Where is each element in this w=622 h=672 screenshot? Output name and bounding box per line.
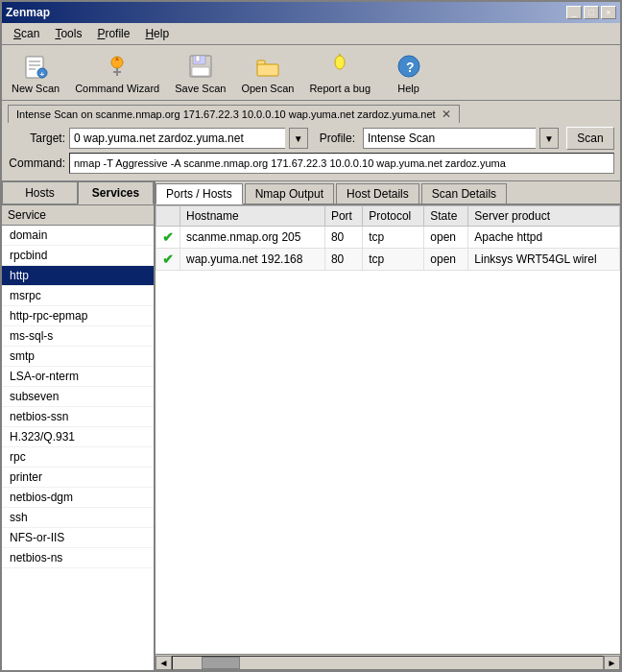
row2-status: ✔	[156, 249, 180, 271]
maximize-button[interactable]: □	[584, 6, 599, 19]
svg-rect-12	[196, 56, 200, 61]
scroll-left-arrow[interactable]: ◄	[156, 656, 172, 670]
form-area: Target: ▼ Profile: ▼ Scan Command: nmap …	[2, 123, 620, 181]
new-scan-button[interactable]: + New Scan	[8, 49, 63, 96]
service-header: Service	[2, 205, 154, 226]
table-row[interactable]: ✔ wap.yuma.net 192.168 80 tcp open Links…	[156, 249, 620, 271]
save-scan-button[interactable]: Save Scan	[171, 49, 229, 96]
menu-profile[interactable]: Profile	[89, 25, 137, 42]
service-item-netbios-ssn[interactable]: netbios-ssn	[2, 407, 154, 427]
right-tabs: Ports / Hosts Nmap Output Host Details S…	[156, 181, 620, 205]
service-list[interactable]: domain rpcbind http msrpc http-rpc-epmap…	[2, 226, 154, 670]
service-item-http-rpc-epmap[interactable]: http-rpc-epmap	[2, 306, 154, 326]
service-item-msrpc[interactable]: msrpc	[2, 286, 154, 306]
service-item-subseven[interactable]: subseven	[2, 387, 154, 407]
menubar: Scan Tools Profile Help	[2, 23, 620, 45]
col-product-header: Server product	[468, 206, 620, 227]
tab-hosts[interactable]: Hosts	[2, 181, 78, 204]
check-icon: ✔	[162, 229, 174, 245]
command-wizard-label: Command Wizard	[75, 83, 159, 94]
window-controls: _ □ ×	[566, 6, 616, 19]
close-button[interactable]: ×	[601, 6, 616, 19]
svg-text:+: +	[40, 70, 45, 79]
scan-tab-label: Intense Scan on scanme.nmap.org 171.67.2…	[16, 108, 436, 120]
left-panel: Hosts Services Service domain rpcbind ht…	[2, 181, 156, 670]
help-button[interactable]: ? Help	[382, 49, 435, 96]
open-scan-button[interactable]: Open Scan	[237, 49, 298, 96]
row2-hostname: wap.yuma.net 192.168	[180, 249, 325, 271]
report-bug-button[interactable]: Report a bug	[305, 49, 374, 96]
service-item-netbios-ns[interactable]: netbios-ns	[2, 548, 154, 568]
new-scan-icon: +	[20, 51, 51, 82]
open-scan-icon	[252, 51, 283, 82]
row2-protocol: tcp	[363, 249, 424, 271]
command-wizard-icon	[102, 51, 132, 82]
save-scan-icon	[185, 51, 216, 82]
menu-scan[interactable]: Scan	[6, 25, 47, 42]
window-title: Zenmap	[6, 6, 50, 19]
h-scrollbar-thumb[interactable]	[202, 657, 240, 669]
scroll-right-arrow[interactable]: ►	[604, 656, 620, 670]
row1-port: 80	[324, 227, 362, 249]
table-row[interactable]: ✔ scanme.nmap.org 205 80 tcp open Apache…	[156, 227, 620, 249]
h-scrollbar-track[interactable]	[172, 656, 604, 670]
tab-ports-hosts[interactable]: Ports / Hosts	[156, 183, 243, 204]
main-area: Hosts Services Service domain rpcbind ht…	[2, 181, 620, 670]
row2-product: Linksys WRT54GL wirel	[468, 249, 620, 271]
main-window: Zenmap _ □ × Scan Tools Profile Help +	[0, 0, 622, 672]
horizontal-scrollbar: ◄ ►	[156, 654, 620, 670]
command-input[interactable]: nmap -T Aggressive -A scanme.nmap.org 17…	[69, 153, 614, 174]
close-tab-icon[interactable]: ✕	[442, 108, 451, 121]
command-row: Command: nmap -T Aggressive -A scanme.nm…	[8, 153, 614, 174]
service-item-h323[interactable]: H.323/Q.931	[2, 427, 154, 447]
target-dropdown-arrow[interactable]: ▼	[289, 128, 308, 149]
row1-hostname: scanme.nmap.org 205	[180, 227, 325, 249]
menu-help[interactable]: Help	[137, 25, 177, 42]
service-item-domain[interactable]: domain	[2, 226, 154, 246]
service-item-rpcbind[interactable]: rpcbind	[2, 246, 154, 266]
tab-scan-details[interactable]: Scan Details	[421, 183, 507, 204]
scan-tab-bar: Intense Scan on scanme.nmap.org 171.67.2…	[2, 101, 620, 123]
menu-tools[interactable]: Tools	[47, 25, 89, 42]
row1-state: open	[424, 227, 468, 249]
right-panel: Ports / Hosts Nmap Output Host Details S…	[156, 181, 620, 670]
row1-product: Apache httpd	[468, 227, 620, 249]
col-port-header: Port	[324, 206, 362, 227]
svg-point-16	[335, 56, 345, 69]
title-bar: Zenmap _ □ ×	[2, 2, 620, 23]
check-icon: ✔	[162, 252, 174, 267]
service-item-rpc[interactable]: rpc	[2, 447, 154, 468]
tab-host-details[interactable]: Host Details	[336, 183, 419, 204]
service-item-netbios-dgm[interactable]: netbios-dgm	[2, 488, 154, 508]
target-input[interactable]	[69, 128, 285, 149]
help-label: Help	[397, 83, 419, 94]
service-item-smtp[interactable]: smtp	[2, 347, 154, 367]
command-text: nmap -T Aggressive -A scanme.nmap.org 17…	[74, 157, 506, 169]
svg-rect-15	[257, 64, 278, 76]
report-bug-icon	[324, 51, 355, 82]
col-status-header	[156, 206, 180, 227]
minimize-button[interactable]: _	[566, 6, 582, 19]
help-icon: ?	[394, 51, 424, 82]
col-state-header: State	[424, 206, 468, 227]
service-item-ms-sql-s[interactable]: ms-sql-s	[2, 326, 154, 347]
command-label: Command:	[8, 156, 65, 170]
service-item-lsa-or-nterm[interactable]: LSA-or-nterm	[2, 367, 154, 387]
service-item-ssh[interactable]: ssh	[2, 508, 154, 528]
save-scan-label: Save Scan	[175, 83, 226, 94]
scan-tab[interactable]: Intense Scan on scanme.nmap.org 171.67.2…	[8, 105, 460, 123]
row1-status: ✔	[156, 227, 180, 249]
scan-button[interactable]: Scan	[566, 127, 614, 150]
tab-nmap-output[interactable]: Nmap Output	[245, 183, 334, 204]
row2-port: 80	[324, 249, 362, 271]
command-wizard-button[interactable]: Command Wizard	[71, 49, 163, 96]
profile-label: Profile:	[320, 132, 355, 145]
profile-dropdown-arrow[interactable]: ▼	[539, 128, 559, 149]
tab-services[interactable]: Services	[78, 181, 154, 204]
report-bug-label: Report a bug	[309, 83, 371, 94]
service-item-http[interactable]: http	[2, 266, 154, 286]
profile-input[interactable]	[363, 128, 536, 149]
service-item-nfs-or-iis[interactable]: NFS-or-IIS	[2, 528, 154, 548]
service-item-printer[interactable]: printer	[2, 468, 154, 488]
results-table-container[interactable]: Hostname Port Protocol State Server prod…	[156, 205, 620, 654]
